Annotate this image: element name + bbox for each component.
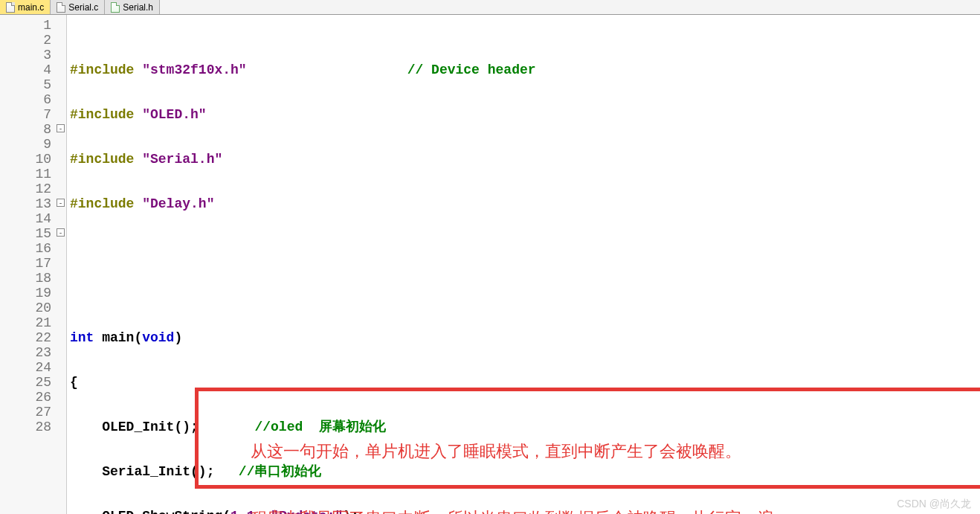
editor: 12345678-910111213-1415-1617181920212223… xyxy=(0,15,980,514)
line-number: 17 xyxy=(0,256,66,271)
tab-bar: main.cSerial.cSerial.h xyxy=(0,0,980,15)
line-number: 27 xyxy=(0,405,66,420)
line-number: 3 xyxy=(0,48,66,62)
line-number: 8- xyxy=(0,122,66,137)
preproc: #include xyxy=(70,152,142,167)
code-text: ) xyxy=(174,330,182,345)
line-number: 5 xyxy=(0,77,66,92)
line-number: 26 xyxy=(0,390,66,405)
callout-line: 程序中我只写了串口中断，所以当串口收到数据后会被唤醒，执行完一遍 xyxy=(251,507,980,514)
keyword: void xyxy=(142,330,174,345)
code-area[interactable]: #include "stm32f10x.h" // Device header … xyxy=(67,15,980,514)
code-text: { xyxy=(70,375,78,390)
line-number: 9 xyxy=(0,137,66,152)
fold-toggle-icon[interactable]: - xyxy=(57,228,65,237)
tab-Serial-h[interactable]: Serial.h xyxy=(105,0,160,14)
include-path: "OLED.h" xyxy=(142,107,206,122)
preproc: #include xyxy=(70,62,142,77)
line-number: 20 xyxy=(0,301,66,315)
line-number: 11 xyxy=(0,167,66,181)
fold-toggle-icon[interactable]: - xyxy=(57,124,65,132)
code-text: main( xyxy=(94,330,142,345)
line-number: 18 xyxy=(0,271,66,286)
include-path: "Delay.h" xyxy=(142,196,214,211)
line-number: 4 xyxy=(0,62,66,77)
preproc: #include xyxy=(70,107,142,122)
line-number: 7 xyxy=(0,107,66,122)
line-number: 16 xyxy=(0,241,66,256)
tab-label: Serial.h xyxy=(123,2,153,13)
callout-line: 从这一句开始，单片机进入了睡眠模式，直到中断产生了会被唤醒。 xyxy=(251,440,980,463)
keyword: int xyxy=(70,330,94,345)
annotation-callout: 从这一句开始，单片机进入了睡眠模式，直到中断产生了会被唤醒。 程序中我只写了串口… xyxy=(195,388,980,489)
tab-Serial-c[interactable]: Serial.c xyxy=(51,0,105,14)
line-number: 2 xyxy=(0,33,66,48)
file-icon xyxy=(57,2,65,13)
number: 1 xyxy=(231,509,239,514)
line-number: 1 xyxy=(0,18,66,33)
fold-toggle-icon[interactable]: - xyxy=(57,199,65,207)
line-number: 14 xyxy=(0,211,66,226)
include-path: "stm32f10x.h" xyxy=(142,62,246,77)
line-number: 12 xyxy=(0,181,66,196)
line-number: 19 xyxy=(0,286,66,301)
tab-label: main.c xyxy=(18,2,44,13)
line-number: 6 xyxy=(0,92,66,107)
watermark: CSDN @尚久龙 xyxy=(897,498,971,511)
line-number: 23 xyxy=(0,345,66,360)
code-text: OLED_ShowString( xyxy=(70,509,231,514)
preproc: #include xyxy=(70,196,142,211)
line-number: 25 xyxy=(0,375,66,390)
file-icon xyxy=(111,2,120,13)
line-number: 22 xyxy=(0,330,66,345)
line-number: 15- xyxy=(0,226,66,241)
line-number: 28 xyxy=(0,420,66,434)
include-path: "Serial.h" xyxy=(142,152,222,167)
file-icon xyxy=(6,2,15,13)
line-number-gutter: 12345678-910111213-1415-1617181920212223… xyxy=(0,15,67,514)
line-number: 13- xyxy=(0,196,66,211)
comment: // Device header xyxy=(407,62,536,77)
line-number: 24 xyxy=(0,360,66,375)
code-text: , xyxy=(239,509,247,514)
pad xyxy=(247,62,407,77)
line-number: 21 xyxy=(0,315,66,330)
line-number: 10 xyxy=(0,152,66,167)
tab-label: Serial.c xyxy=(68,2,98,13)
tab-main-c[interactable]: main.c xyxy=(0,0,51,14)
